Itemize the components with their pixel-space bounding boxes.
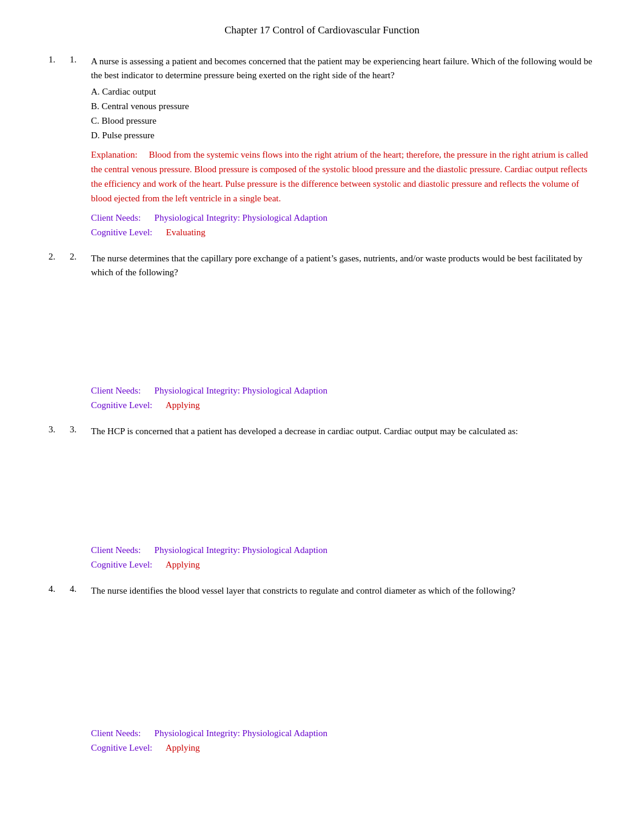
cognitive-level-label-2: Cognitive Level: bbox=[91, 400, 152, 410]
explanation-1: Explanation: Blood from the systemic vei… bbox=[91, 147, 595, 206]
cognitive-level-value-2: Applying bbox=[166, 400, 200, 410]
cognitive-level-label-3: Cognitive Level: bbox=[91, 560, 152, 569]
page-title: Chapter 17 Control of Cardiovascular Fun… bbox=[49, 24, 595, 36]
client-needs-label-1: Client Needs: bbox=[91, 213, 141, 223]
question-content-2: The nurse determines that the capillary … bbox=[91, 252, 595, 412]
explanation-text-1: Blood from the systemic veins flows into… bbox=[91, 150, 588, 203]
client-needs-line-2: Client Needs: Physiological Integrity: P… bbox=[91, 383, 595, 398]
question-number-3: 3. bbox=[70, 424, 91, 572]
question-content-1: A nurse is assessing a patient and becom… bbox=[91, 55, 595, 240]
answer-d-1: D. Pulse pressure bbox=[91, 128, 595, 143]
client-needs-line-3: Client Needs: Physiological Integrity: P… bbox=[91, 543, 595, 557]
empty-space-3 bbox=[91, 441, 595, 538]
question-number-1: 1. bbox=[70, 55, 91, 240]
client-needs-line-1: Client Needs: Physiological Integrity: P… bbox=[91, 210, 595, 225]
client-needs-value-2: Physiological Integrity: Physiological A… bbox=[155, 386, 327, 395]
client-needs-value-1: Physiological Integrity: Physiological A… bbox=[155, 213, 327, 223]
client-needs-1: Client Needs: Physiological Integrity: P… bbox=[91, 210, 595, 240]
question-item-2: 2. The nurse determines that the capilla… bbox=[49, 252, 595, 412]
client-needs-3: Client Needs: Physiological Integrity: P… bbox=[91, 543, 595, 572]
client-needs-value-4: Physiological Integrity: Physiological A… bbox=[155, 728, 327, 738]
cognitive-level-value-4: Applying bbox=[166, 743, 200, 753]
cognitive-level-line-1: Cognitive Level: Evaluating bbox=[91, 225, 595, 240]
explanation-label-1: Explanation: bbox=[91, 150, 138, 159]
client-needs-4: Client Needs: Physiological Integrity: P… bbox=[91, 726, 595, 755]
question-content-4: The nurse identifies the blood vessel la… bbox=[91, 584, 595, 756]
question-text-2: The nurse determines that the capillary … bbox=[91, 252, 595, 279]
question-text-1: A nurse is assessing a patient and becom… bbox=[91, 55, 595, 82]
empty-space-2 bbox=[91, 281, 595, 378]
question-item-3: 3. The HCP is concerned that a patient h… bbox=[49, 424, 595, 572]
cognitive-level-line-2: Cognitive Level: Applying bbox=[91, 398, 595, 412]
answer-c-1: C. Blood pressure bbox=[91, 113, 595, 128]
client-needs-label-2: Client Needs: bbox=[91, 386, 141, 395]
client-needs-2: Client Needs: Physiological Integrity: P… bbox=[91, 383, 595, 412]
cognitive-level-line-4: Cognitive Level: Applying bbox=[91, 740, 595, 755]
client-needs-line-4: Client Needs: Physiological Integrity: P… bbox=[91, 726, 595, 740]
question-text-3: The HCP is concerned that a patient has … bbox=[91, 424, 595, 438]
client-needs-value-3: Physiological Integrity: Physiological A… bbox=[155, 545, 327, 555]
client-needs-label-4: Client Needs: bbox=[91, 728, 141, 738]
answer-a-1: A. Cardiac output bbox=[91, 84, 595, 99]
cognitive-level-line-3: Cognitive Level: Applying bbox=[91, 557, 595, 572]
cognitive-level-value-3: Applying bbox=[166, 560, 200, 569]
question-number-4: 4. bbox=[70, 584, 91, 756]
cognitive-level-label-4: Cognitive Level: bbox=[91, 743, 152, 753]
questions-list: 1. A nurse is assessing a patient and be… bbox=[49, 55, 595, 755]
answer-options-1: A. Cardiac output B. Central venous pres… bbox=[91, 84, 595, 143]
cognitive-level-value-1: Evaluating bbox=[166, 227, 206, 237]
empty-space-4 bbox=[91, 600, 595, 721]
question-content-3: The HCP is concerned that a patient has … bbox=[91, 424, 595, 572]
answer-b-1: B. Central venous pressure bbox=[91, 99, 595, 113]
question-item-1: 1. A nurse is assessing a patient and be… bbox=[49, 55, 595, 240]
client-needs-label-3: Client Needs: bbox=[91, 545, 141, 555]
question-number-2: 2. bbox=[70, 252, 91, 412]
question-item-4: 4. The nurse identifies the blood vessel… bbox=[49, 584, 595, 756]
cognitive-level-label-1: Cognitive Level: bbox=[91, 227, 152, 237]
question-text-4: The nurse identifies the blood vessel la… bbox=[91, 584, 595, 598]
